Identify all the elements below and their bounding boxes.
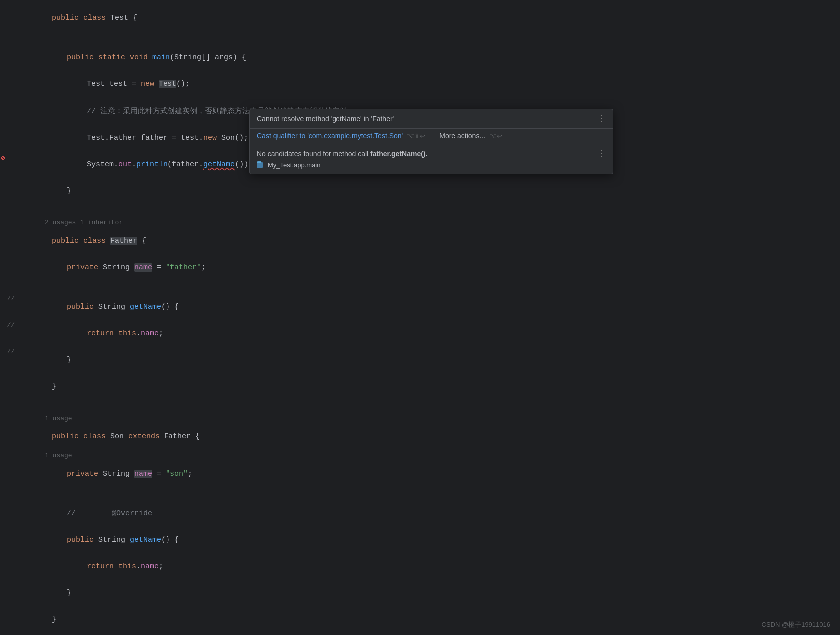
- popup-error-message: Cannot resolve method 'getName' in 'Fath…: [257, 115, 394, 123]
- popup-file-ref: My_Test.app.main: [257, 161, 427, 169]
- hint-text-father: 2 usages 1 inheritor: [20, 219, 123, 226]
- line-content: private String name = "father";: [20, 255, 840, 280]
- punct: .: [132, 160, 136, 169]
- method-main: main: [152, 53, 170, 62]
- field-name-father: name: [134, 263, 152, 272]
- code-line-close-father: }: [0, 373, 840, 400]
- code-line-close-main: }: [0, 178, 840, 204]
- hint-line-father: 2 usages 1 inheritor: [0, 217, 840, 228]
- type-string2: String: [98, 303, 130, 311]
- punct: {: [191, 432, 200, 441]
- code-line-father-class: public class Father {: [0, 228, 840, 254]
- class-ref-father: Test.Father: [87, 134, 136, 142]
- popup-action-row: Cast qualifier to 'com.example.mytest.Te…: [250, 129, 613, 144]
- keyword-new2: new: [203, 134, 221, 142]
- line-number: //: [0, 348, 20, 355]
- line-content: public String getName() {: [20, 294, 840, 320]
- code-line-close-test: }: [0, 633, 840, 635]
- keyword-public4: public: [67, 536, 98, 544]
- punct: ;: [159, 329, 163, 338]
- keyword-public3: public: [52, 432, 83, 441]
- popup-no-candidates-text: No candidates found for method call fath…: [257, 149, 427, 159]
- popup-more-icon-2[interactable]: ⋮: [597, 149, 606, 158]
- closing-brace-father: }: [52, 382, 56, 391]
- code-line-father-field: private String name = "father";: [0, 254, 840, 281]
- hint-text-son-field: 1 usage: [20, 452, 72, 459]
- code-line-empty: [0, 204, 840, 217]
- type-string4: String: [98, 536, 130, 544]
- popup-action-shortcut: ⌥⇧↩: [407, 132, 425, 140]
- line-content: }: [20, 374, 840, 399]
- code-line-override-comment: // @Override: [0, 500, 840, 527]
- keyword-class3: class: [83, 432, 110, 441]
- punct: =: [152, 470, 166, 478]
- punct: {: [137, 237, 146, 245]
- punct: ;: [188, 470, 192, 478]
- svg-rect-1: [257, 161, 261, 163]
- line-content: // @Override: [20, 501, 840, 526]
- code-line-empty: [0, 400, 840, 413]
- popup-more-actions-link[interactable]: More actions...: [439, 132, 485, 140]
- punct: ();: [235, 134, 248, 142]
- line-content: Test test = new Test();: [20, 71, 840, 97]
- line-content: }: [20, 347, 840, 373]
- keyword-class: class: [83, 237, 110, 245]
- popup-more-actions-shortcut: ⌥↩: [489, 132, 502, 140]
- punct: () {: [161, 536, 179, 544]
- class-ref-son: Son: [221, 134, 235, 142]
- line-content: }: [20, 580, 840, 606]
- punct: ;: [159, 562, 163, 571]
- closing-brace-son: }: [52, 615, 56, 624]
- code-line-close-son: }: [0, 606, 840, 633]
- keyword-return2: return: [87, 562, 118, 571]
- keyword-void: void: [130, 53, 152, 62]
- code-line-empty: [0, 31, 840, 44]
- field-name-son: name: [134, 470, 152, 478]
- class-name-father-ref: Father: [164, 432, 191, 441]
- system-ref: System: [87, 160, 114, 169]
- class-name-son: Son: [110, 432, 128, 441]
- class-ref-test: Test: [87, 80, 105, 88]
- punct: .: [136, 562, 141, 571]
- println-method: println: [136, 160, 168, 169]
- closing-brace: }: [67, 187, 71, 195]
- string-son: "son": [166, 470, 188, 478]
- field-name-ref2: name: [141, 562, 159, 571]
- error-popup: Cannot resolve method 'getName' in 'Fath…: [249, 109, 613, 174]
- line-content: public class Father {: [20, 228, 840, 254]
- punct: ();: [176, 80, 190, 88]
- keyword-this: this: [118, 329, 136, 338]
- keyword-private: private: [67, 263, 103, 272]
- closing-brace: }: [67, 356, 71, 364]
- code-line-son-class: public class Son extends Father {: [0, 423, 840, 450]
- method-getname-son: getName: [130, 536, 161, 544]
- line-number: //: [0, 295, 20, 302]
- line-content: public static void main(String[] args) {: [20, 45, 840, 70]
- popup-error-row: Cannot resolve method 'getName' in 'Fath…: [250, 109, 613, 129]
- code-line-comment-1: // public String getName() {: [0, 294, 840, 320]
- class-ref-test-highlight: Test: [159, 80, 176, 88]
- code-line-son-return: return this.name;: [0, 553, 840, 580]
- line-content: }: [20, 178, 840, 204]
- keyword-this2: this: [118, 562, 136, 571]
- code-line: public static void main(String[] args) {: [0, 44, 840, 71]
- keyword-new: new: [141, 80, 159, 88]
- getname-method-error: getName: [203, 160, 235, 169]
- line-content: return this.name;: [20, 554, 840, 579]
- line-content: public class Test {: [20, 5, 840, 31]
- popup-more-icon-1[interactable]: ⋮: [597, 114, 606, 123]
- out-field: out: [118, 160, 132, 169]
- method-getname-father: getName: [130, 303, 161, 311]
- line-content: }: [20, 607, 840, 632]
- line-content: public String getName() {: [20, 527, 840, 553]
- popup-cast-action[interactable]: Cast qualifier to 'com.example.mytest.Te…: [257, 132, 403, 140]
- string-father: "father": [166, 263, 201, 272]
- file-icon: [257, 161, 265, 168]
- type-string: String: [103, 263, 134, 272]
- code-line-comment-3: // }: [0, 347, 840, 373]
- punct: (father.: [168, 160, 203, 169]
- code-line-empty: [0, 487, 840, 500]
- code-line-son-field: private String name = "son";: [0, 461, 840, 487]
- line-content: public class Son extends Father {: [20, 424, 840, 449]
- punct: Test {: [106, 14, 137, 22]
